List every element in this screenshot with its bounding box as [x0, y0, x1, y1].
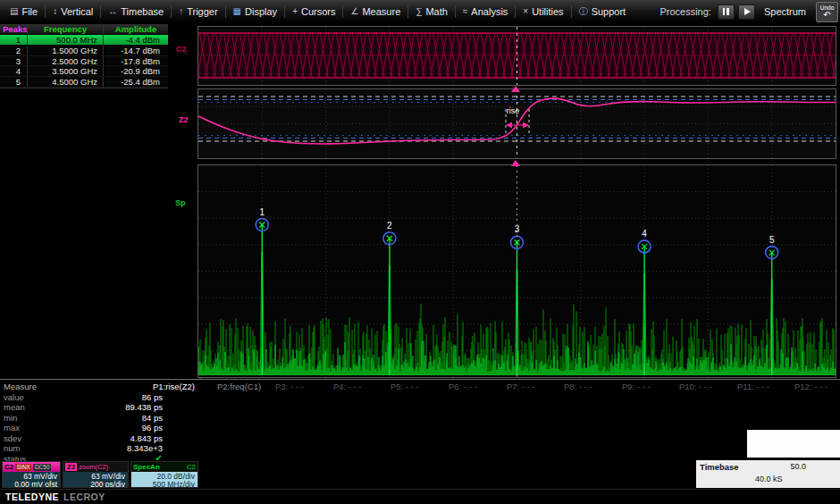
play-button[interactable] [738, 4, 755, 20]
peak-number-label: 2 [387, 221, 392, 231]
z2-descriptor-box[interactable]: Z2 zoom(C2) 63 mV/div 200 ps/div [63, 461, 129, 488]
specan-trace-label[interactable]: Sp [175, 198, 186, 207]
cursor-marker-z2[interactable] [511, 160, 520, 166]
info-icon: ⓘ [579, 7, 588, 16]
c2-waveform-plot[interactable] [197, 26, 836, 86]
measure-col-p11[interactable]: P11: - - - [737, 382, 769, 391]
menu-label: Measure [362, 6, 400, 17]
play-icon [744, 8, 751, 15]
stat-sdev: 4.843 ps [54, 433, 163, 443]
measure-col-p2[interactable]: P2:freq(C1) [217, 382, 261, 391]
stat-label-mean: mean [4, 402, 25, 412]
menu-item-math[interactable]: ∑Math [409, 0, 454, 22]
peak-rank: 5 [0, 77, 27, 87]
measure-col-p5[interactable]: P5: - - - [391, 382, 419, 391]
measure-col-p1[interactable]: P1:rise(Z2) [85, 382, 195, 391]
peak-number-label: 4 [642, 229, 647, 239]
undo-button[interactable]: Undo ↶ [816, 2, 838, 22]
menu-separator [171, 5, 172, 18]
pause-button[interactable] [718, 4, 735, 20]
stat-label-min: min [4, 413, 17, 423]
measure-col-p8[interactable]: P8: - - - [564, 382, 592, 391]
file-icon: ▤ [10, 7, 18, 16]
menu-label: Utilities [532, 6, 563, 17]
measure-col-p7[interactable]: P7: - - - [507, 382, 535, 391]
peak-frequency: 2.5000 GHz [27, 56, 103, 66]
measure-col-p9[interactable]: P9: - - - [622, 382, 651, 391]
peak-row-2[interactable]: 2 1.5000 GHz -14.7 dBm [0, 46, 168, 56]
z2-zoom-plot[interactable]: rise [197, 88, 836, 159]
spectrum-plot[interactable]: 12345 [197, 164, 836, 378]
stat-label-max: max [4, 423, 20, 433]
menu-separator [225, 5, 226, 18]
blank-popup [747, 430, 840, 458]
measure-col-p10[interactable]: P10: - - - [679, 382, 712, 391]
horizontal-arrows-icon: ↔ [108, 7, 117, 16]
bottom-bar: TELEDYNE LECROY [0, 489, 840, 504]
peak-row-1[interactable]: 1 500.0 MHz -4.4 dBm [0, 35, 168, 46]
c2-descriptor-box[interactable]: C2 SINX DC50 63 mV/div 0.00 mV ofst [2, 461, 61, 488]
crosshair-icon: + [292, 7, 298, 16]
menu-right-cluster: Processing: Spectrum Undo ↶ [659, 0, 838, 23]
menu-item-analysis[interactable]: ≈Analysis [457, 0, 514, 22]
stat-num: 8.343e+3 [54, 443, 163, 453]
measure-col-p12[interactable]: P12: - - - [794, 382, 827, 391]
measure-panel: Measure P1:rise(Z2) P2:freq(C1) P3: - - … [0, 379, 840, 461]
peak-row-5[interactable]: 5 4.5000 GHz -25.4 dBm [0, 77, 168, 88]
specan-descriptor-header: SpecAn C2 [131, 462, 197, 472]
menu-separator [571, 5, 572, 18]
menu-item-utilities[interactable]: ×Utilities [517, 0, 569, 22]
sigma-icon: ∑ [416, 7, 422, 16]
menu-item-support[interactable]: ⓘSupport [573, 0, 633, 22]
menu-separator [407, 5, 408, 18]
menu-separator [45, 5, 46, 18]
peak-rank: 3 [0, 56, 27, 66]
z2-horizontal-scale: 200 ps/div [63, 481, 125, 488]
z2-descriptor-header: Z2 zoom(C2) [63, 462, 128, 472]
peak-row-3[interactable]: 3 2.5000 GHz -17.8 dBm [0, 56, 168, 67]
mode-label: Spectrum [764, 6, 806, 17]
measure-col-p4[interactable]: P4: - - - [333, 382, 362, 391]
stat-min: 84 ps [54, 413, 163, 423]
undo-arrow-icon: ↶ [823, 11, 830, 20]
analysis-icon: ≈ [463, 7, 468, 16]
peak-row-4[interactable]: 4 3.5000 GHz -20.9 dBm [0, 66, 168, 77]
stat-max: 96 ps [54, 423, 163, 433]
menu-item-cursors[interactable]: +Cursors [286, 0, 341, 22]
menu-bar: ▤File ↕Vertical ↔Timebase ↑Trigger ▦Disp… [0, 0, 840, 23]
specan-source: C2 [187, 463, 196, 471]
menu-item-vertical[interactable]: ↕Vertical [46, 0, 99, 22]
menu-item-display[interactable]: ▦Display [227, 0, 284, 22]
menu-label: File [21, 6, 38, 17]
cursor-marker-c2[interactable] [511, 86, 520, 92]
menu-label: Trigger [187, 6, 217, 17]
rise-annotation: rise [507, 106, 520, 115]
z2-source-label: zoom(C2) [79, 463, 108, 471]
peak-frequency: 1.5000 GHz [27, 46, 103, 55]
menu-label: Math [425, 6, 447, 17]
measure-icon: ∠ [350, 7, 358, 16]
peaks-header: Peaks [0, 24, 27, 34]
c2-trace-label[interactable]: C2 [176, 45, 187, 54]
peak-frequency: 3.5000 GHz [27, 66, 103, 76]
display-icon: ▦ [233, 7, 241, 16]
trigger-icon: ↑ [179, 7, 183, 16]
peak-number-label: 5 [769, 235, 775, 245]
teledyne-logo: TELEDYNE [5, 491, 59, 502]
measure-col-p6[interactable]: P6: - - - [449, 382, 477, 391]
stat-value: 86 ps [54, 392, 163, 402]
menu-item-trigger[interactable]: ↑Trigger [172, 0, 223, 22]
specan-descriptor-box[interactable]: SpecAn C2 20.0 dB/div 500 MHz/div [130, 461, 198, 488]
measure-col-p3[interactable]: P3: - - - [275, 382, 304, 391]
peak-amplitude: -4.4 dBm [103, 35, 168, 45]
amplitude-header: Amplitude [103, 24, 168, 34]
menu-item-timebase[interactable]: ↔Timebase [102, 0, 170, 22]
peak-amplitude: -14.7 dBm [103, 46, 168, 55]
z2-trace-label[interactable]: Z2 [179, 115, 189, 124]
pause-icon [727, 8, 729, 15]
menu-item-measure[interactable]: ∠Measure [344, 0, 407, 22]
menu-item-file[interactable]: ▤File [4, 0, 44, 22]
timebase-descriptor-box[interactable]: Timebase 50.0 40.0 kS [696, 460, 840, 488]
peaks-table: Peaks Frequency Amplitude 1 500.0 MHz -4… [0, 24, 168, 88]
measure-title: Measure [4, 382, 37, 391]
